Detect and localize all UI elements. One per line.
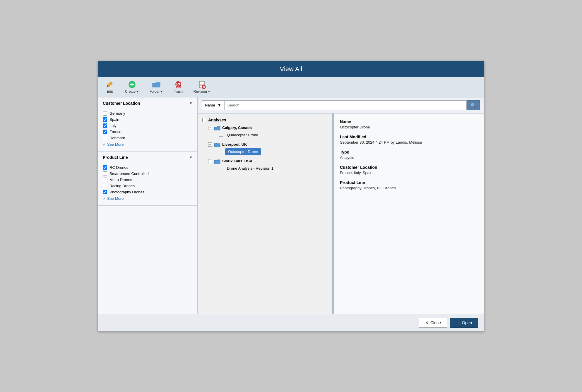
filter-item-denmark[interactable]: Denmark	[103, 135, 193, 141]
folder-dropdown-arrow: ▼	[160, 90, 163, 93]
folder-icon-calgary	[214, 125, 220, 130]
tree-node-sioux: − Sioux Falls, USA Drone Anal	[198, 157, 332, 173]
spain-checkbox[interactable]	[103, 117, 107, 122]
search-icon: 🔍	[470, 103, 476, 108]
create-icon	[127, 80, 137, 89]
close-button[interactable]: ✕ Close	[419, 318, 447, 328]
filter-item-france[interactable]: France	[103, 129, 193, 135]
filter-item-rc-drones[interactable]: RC Drones	[103, 164, 193, 171]
rc-drones-checkbox[interactable]	[103, 165, 107, 170]
search-input[interactable]	[224, 100, 467, 110]
tree-root: − Analyses	[198, 116, 332, 123]
page-title: View All	[98, 61, 484, 77]
detail-product-value: Photography Drones, RC Drones	[340, 186, 478, 190]
folder-icon-sioux	[214, 159, 220, 164]
tree-panel: − Analyses − Calgary, Canada	[198, 114, 332, 314]
detail-name-field: Name Octocopter Drone	[340, 119, 478, 129]
search-bar: Name ▼ 🔍	[198, 97, 484, 114]
detail-last-modified-field: Last Modified September 30, 2024 4:24 PM…	[340, 135, 478, 145]
sioux-label: Sioux Falls, USA	[222, 159, 252, 163]
detail-type-value: Analysis	[340, 155, 478, 160]
detail-product-label: Product Line	[340, 180, 478, 185]
smartphone-checkbox[interactable]	[103, 171, 107, 176]
revision-icon	[197, 80, 207, 89]
liverpool-label: Liverpool, UK	[222, 142, 247, 147]
filter-item-micro[interactable]: Micro Drones	[103, 177, 193, 183]
revision-dropdown-arrow: ▼	[208, 90, 210, 93]
product-line-items: RC Drones Smartphone Controlled Micro Dr…	[98, 163, 197, 205]
edit-icon	[105, 80, 114, 89]
micro-checkbox[interactable]	[103, 178, 107, 182]
filter-item-germany[interactable]: Germany	[103, 110, 193, 116]
customer-location-see-more[interactable]: ✓ See More	[103, 141, 193, 148]
detail-type-label: Type	[340, 150, 478, 154]
revision-button[interactable]: Revision ▼	[191, 79, 213, 95]
product-line-header[interactable]: Product Line ▼	[98, 152, 197, 163]
detail-customer-label: Customer Location	[340, 165, 478, 170]
tree-root-label: Analyses	[208, 118, 226, 122]
folder-icon	[152, 80, 161, 89]
detail-product-field: Product Line Photography Drones, RC Dron…	[340, 180, 478, 190]
bottom-bar: ✕ Close → Open	[98, 314, 484, 331]
tree-folder-liverpool[interactable]: − Liverpool, UK	[198, 141, 332, 148]
filter-item-photography[interactable]: Photography Drones	[103, 189, 193, 195]
open-button[interactable]: → Open	[450, 318, 478, 328]
search-dropdown[interactable]: Name ▼	[202, 100, 224, 110]
content-split: − Analyses − Calgary, Canada	[198, 114, 484, 314]
tree-leaf-drone-analysis[interactable]: Drone Analysis - Revision 1	[225, 165, 275, 172]
customer-location-filter: Customer Location ▼ Germany Spain Italy	[98, 97, 197, 152]
sioux-expand[interactable]: −	[208, 159, 212, 163]
customer-location-label: Customer Location	[103, 101, 140, 106]
denmark-checkbox[interactable]	[103, 136, 107, 140]
product-line-filter: Product Line ▼ RC Drones Smartphone Cont…	[98, 152, 197, 206]
filter-item-racing[interactable]: Racing Drones	[103, 183, 193, 189]
germany-checkbox[interactable]	[103, 111, 107, 116]
tree-leaf-octocopter[interactable]: Octocopter Drone	[225, 148, 261, 155]
customer-location-items: Germany Spain Italy France	[98, 109, 197, 151]
tree-leaf-quadcopter[interactable]: Quadcopter Drone	[225, 132, 260, 138]
trash-button[interactable]: Trash	[171, 79, 185, 95]
detail-last-modified-value: September 30, 2024 4:24 PM by Landis, Me…	[340, 140, 478, 145]
product-line-chevron: ▼	[189, 155, 193, 159]
tree-folder-sioux[interactable]: − Sioux Falls, USA	[198, 157, 332, 165]
italy-checkbox[interactable]	[103, 123, 107, 128]
create-button[interactable]: Create ▼	[123, 79, 141, 95]
detail-last-modified-label: Last Modified	[340, 135, 478, 139]
detail-name-value: Octocopter Drone	[340, 125, 478, 129]
calgary-expand[interactable]: −	[208, 126, 212, 130]
create-dropdown-arrow: ▼	[136, 90, 139, 93]
liverpool-expand[interactable]: −	[208, 142, 212, 147]
product-line-label: Product Line	[103, 155, 128, 160]
customer-location-header[interactable]: Customer Location ▼	[98, 97, 197, 109]
photography-checkbox[interactable]	[103, 190, 107, 194]
trash-icon	[174, 80, 183, 89]
calgary-label: Calgary, Canada	[222, 125, 252, 130]
detail-panel: Name Octocopter Drone Last Modified Sept…	[334, 114, 484, 314]
racing-checkbox[interactable]	[103, 184, 107, 188]
search-button[interactable]: 🔍	[467, 100, 480, 110]
search-dropdown-arrow: ▼	[218, 103, 221, 107]
product-line-see-more[interactable]: ✓ See More	[103, 195, 193, 202]
france-checkbox[interactable]	[103, 130, 107, 134]
filter-item-spain[interactable]: Spain	[103, 116, 193, 123]
edit-button[interactable]: Edit	[103, 79, 117, 95]
detail-name-label: Name	[340, 119, 478, 124]
main-area: Customer Location ▼ Germany Spain Italy	[98, 97, 484, 314]
detail-customer-field: Customer Location France, Italy, Spain	[340, 165, 478, 175]
right-panel: Name ▼ 🔍 − Analyses	[198, 97, 484, 314]
filter-item-italy[interactable]: Italy	[103, 123, 193, 129]
folder-icon-liverpool	[214, 142, 220, 147]
close-icon: ✕	[425, 320, 429, 325]
tree-node-liverpool: − Liverpool, UK Octocopter Dr	[198, 140, 332, 157]
detail-customer-value: France, Italy, Spain	[340, 171, 478, 175]
folder-button[interactable]: Folder ▼	[147, 79, 165, 95]
customer-location-chevron: ▼	[189, 101, 193, 105]
detail-type-field: Type Analysis	[340, 150, 478, 160]
tree-folder-calgary[interactable]: − Calgary, Canada	[198, 124, 332, 132]
filter-item-smartphone[interactable]: Smartphone Controlled	[103, 171, 193, 177]
open-arrow-icon: →	[456, 320, 460, 325]
root-expand[interactable]: −	[202, 118, 206, 122]
sidebar: Customer Location ▼ Germany Spain Italy	[98, 97, 198, 314]
search-dropdown-value: Name	[205, 103, 215, 107]
tree-node-calgary: − Calgary, Canada Quadcopter	[198, 123, 332, 140]
